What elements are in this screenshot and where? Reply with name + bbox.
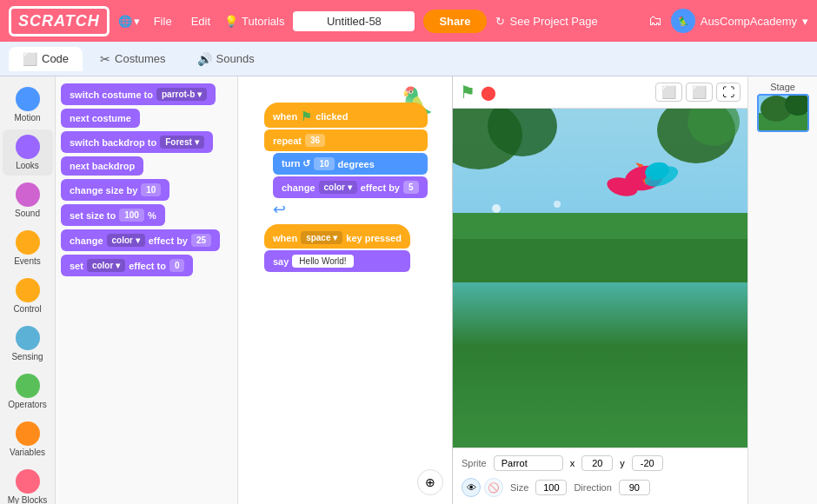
sidebar-item-sound-label: Sound bbox=[15, 209, 40, 218]
size-to-value: 100 bbox=[119, 209, 144, 222]
green-flag-button[interactable]: ⚑ bbox=[460, 82, 475, 103]
set-color-dropdown[interactable]: color ▾ bbox=[87, 259, 125, 272]
small-stage-button[interactable]: ⬜ bbox=[655, 83, 682, 102]
globe-button[interactable]: 🌐 ▾ bbox=[118, 15, 140, 28]
change-color-effect-block[interactable]: change color ▾ effect by 25 bbox=[61, 229, 220, 251]
direction-input[interactable] bbox=[619, 480, 650, 495]
size-input[interactable] bbox=[535, 480, 567, 495]
stage-toolbar: ⚑ ⬤ ⬜ ⬜ ⛶ bbox=[453, 76, 747, 109]
say-value: Hello World! bbox=[292, 255, 353, 268]
code-tab-label: Code bbox=[42, 52, 69, 65]
sidebar-item-events[interactable]: Events bbox=[3, 225, 53, 271]
sidebar-item-control[interactable]: Control bbox=[3, 273, 53, 319]
when-flag-clicked-block[interactable]: when ⚑ clicked bbox=[264, 103, 428, 128]
see-project-button[interactable]: ↻ See Project Page bbox=[495, 15, 598, 28]
sidebar-item-events-label: Events bbox=[14, 256, 41, 266]
next-costume-block[interactable]: next costume bbox=[61, 109, 140, 128]
folder-icon[interactable]: 🗂 bbox=[648, 13, 662, 29]
sidebar-item-variables-label: Variables bbox=[10, 448, 45, 457]
y-label: y bbox=[620, 458, 625, 468]
set-size-block[interactable]: set size to 100 % bbox=[61, 204, 165, 226]
large-stage-button[interactable]: ⬜ bbox=[686, 83, 713, 102]
repeat-value: 36 bbox=[305, 134, 325, 147]
say-block[interactable]: say Hello World! bbox=[264, 250, 410, 272]
sprite-info-2: 👁 🚫 Size Direction bbox=[453, 478, 747, 504]
user-menu[interactable]: 🦜 AusCompAcademy ▾ bbox=[671, 9, 808, 33]
x-input[interactable] bbox=[581, 455, 613, 471]
script-group-2: when space ▾ key pressed say Hello World… bbox=[264, 224, 410, 272]
size-by-value: 10 bbox=[141, 183, 161, 196]
flag-icon: ⚑ bbox=[301, 109, 312, 123]
repeat-block[interactable]: repeat 36 bbox=[264, 129, 428, 151]
stage-thumbnail[interactable] bbox=[757, 94, 809, 132]
key-dropdown[interactable]: space ▾ bbox=[301, 231, 342, 244]
sprite-visibility-icons: 👁 🚫 bbox=[462, 478, 503, 497]
scripts-area[interactable]: 🦜 when ⚑ clicked repeat 36 turn ↺ 10 deg… bbox=[238, 76, 452, 504]
direction-label: Direction bbox=[574, 482, 611, 493]
color-effect-value: 25 bbox=[191, 234, 211, 247]
set-color-effect-block[interactable]: set color ▾ effect to 0 bbox=[61, 255, 193, 276]
blocks-panel: switch costume to parrot-b ▾ next costum… bbox=[56, 76, 238, 504]
sprite-name-input[interactable] bbox=[494, 455, 563, 471]
sidebar-item-looks[interactable]: Looks bbox=[3, 129, 53, 176]
switch-costume-block[interactable]: switch costume to parrot-b ▾ bbox=[61, 83, 216, 105]
zoom-button[interactable]: ⊕ bbox=[417, 469, 443, 495]
size-label: Size bbox=[510, 482, 528, 493]
color-effect-dropdown[interactable]: color ▾ bbox=[107, 234, 145, 247]
tabs-bar: ⬜ Code ✂ Costumes 🔊 Sounds bbox=[0, 42, 817, 76]
sidebar-item-motion[interactable]: Motion bbox=[3, 82, 53, 128]
tab-code[interactable]: ⬜ Code bbox=[9, 47, 83, 71]
stage-container: ⚑ ⬤ ⬜ ⬜ ⛶ bbox=[452, 76, 747, 504]
file-menu[interactable]: File bbox=[149, 15, 177, 28]
sidebar-item-variables[interactable]: Variables bbox=[3, 416, 53, 462]
edit-menu[interactable]: Edit bbox=[186, 15, 216, 28]
top-nav: SCRATCH 🌐 ▾ File Edit 💡 Tutorials Share … bbox=[0, 0, 817, 42]
sidebar-item-myblocks[interactable]: My Blocks bbox=[3, 464, 53, 504]
sidebar-item-myblocks-label: My Blocks bbox=[8, 495, 48, 504]
svg-point-7 bbox=[492, 204, 501, 213]
avatar: 🦜 bbox=[671, 9, 695, 33]
motion-dot bbox=[16, 87, 40, 111]
y-input[interactable] bbox=[632, 455, 663, 471]
operators-dot bbox=[16, 374, 40, 398]
script-color-dropdown[interactable]: color ▾ bbox=[319, 181, 357, 194]
sidebar: Motion Looks Sound Events Control Sensin… bbox=[0, 76, 56, 504]
change-size-block[interactable]: change size by 10 bbox=[61, 179, 169, 201]
sidebar-item-motion-label: Motion bbox=[14, 113, 40, 123]
costume-dropdown[interactable]: parrot-b ▾ bbox=[156, 88, 207, 101]
script-color-value: 5 bbox=[403, 181, 419, 194]
myblocks-dot bbox=[16, 469, 40, 494]
tutorials-menu[interactable]: 💡 Tutorials bbox=[224, 15, 284, 28]
change-color-block[interactable]: change color ▾ effect by 5 bbox=[273, 176, 428, 198]
variables-dot bbox=[16, 421, 40, 446]
sidebar-item-looks-label: Looks bbox=[16, 161, 39, 170]
stop-button[interactable]: ⬤ bbox=[481, 84, 496, 101]
show-sprite-button[interactable]: 👁 bbox=[462, 478, 481, 497]
sidebar-item-operators[interactable]: Operators bbox=[3, 368, 53, 414]
hide-sprite-button[interactable]: 🚫 bbox=[484, 478, 503, 497]
sidebar-item-sound[interactable]: Sound bbox=[3, 177, 53, 223]
backdrop-dropdown[interactable]: Forest ▾ bbox=[160, 136, 203, 149]
switch-backdrop-block[interactable]: switch backdrop to Forest ▾ bbox=[61, 131, 213, 153]
sounds-tab-icon: 🔊 bbox=[197, 52, 212, 66]
code-tab-icon: ⬜ bbox=[23, 52, 37, 66]
sidebar-item-sensing[interactable]: Sensing bbox=[3, 321, 53, 367]
scratch-logo: SCRATCH bbox=[9, 6, 110, 36]
sidebar-item-operators-label: Operators bbox=[8, 400, 46, 409]
next-backdrop-block[interactable]: next backdrop bbox=[61, 156, 143, 176]
script-group-1: when ⚑ clicked repeat 36 turn ↺ 10 degre… bbox=[264, 103, 428, 219]
turn-block[interactable]: turn ↺ 10 degrees bbox=[273, 153, 428, 175]
share-button[interactable]: Share bbox=[423, 10, 486, 33]
sprite-info: Sprite x y bbox=[453, 448, 747, 478]
x-label: x bbox=[570, 458, 575, 468]
tab-costumes[interactable]: ✂ Costumes bbox=[86, 47, 180, 71]
sprite-label: Sprite bbox=[462, 458, 487, 468]
sensing-dot bbox=[16, 326, 40, 350]
project-name-input[interactable] bbox=[293, 11, 415, 31]
fullscreen-button[interactable]: ⛶ bbox=[716, 83, 741, 102]
svg-point-8 bbox=[554, 201, 561, 208]
when-key-pressed-block[interactable]: when space ▾ key pressed bbox=[264, 224, 410, 249]
tab-sounds[interactable]: 🔊 Sounds bbox=[183, 47, 269, 71]
sound-dot bbox=[16, 182, 40, 207]
events-dot bbox=[16, 230, 40, 255]
